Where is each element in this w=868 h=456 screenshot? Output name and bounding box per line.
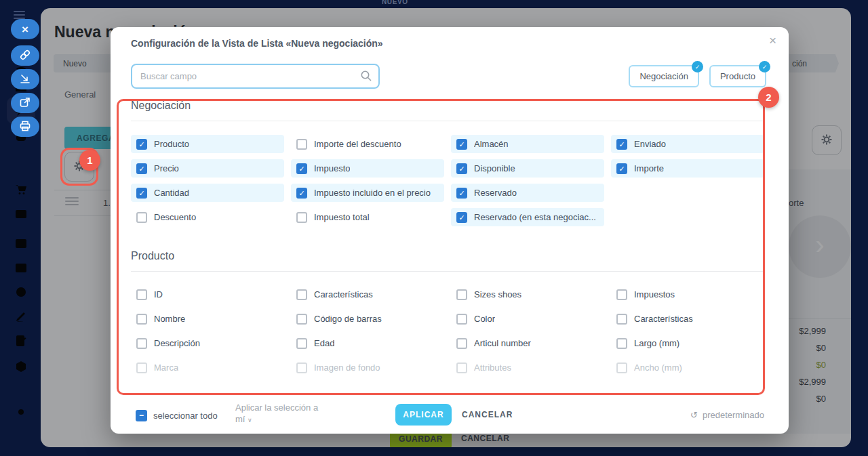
minimize-button[interactable] [11, 69, 39, 89]
check-badge-icon: ✓ [759, 61, 770, 72]
open-in-new-window-button[interactable] [11, 93, 39, 113]
printer-icon [18, 119, 33, 136]
indeterminate-checkbox-icon[interactable]: − [136, 410, 147, 421]
annotation-box-step2 [117, 99, 765, 395]
apply-scope-dropdown[interactable]: Aplicar la selección a mí ∨ [235, 402, 318, 426]
caret-down-icon: ∨ [248, 417, 252, 423]
copy-link-button[interactable] [11, 45, 39, 66]
reset-label: predeterminado [703, 410, 764, 420]
chip-label: Negociación [639, 71, 688, 81]
modal-title: Configuración de la Vista de Lista «Nuev… [131, 38, 383, 49]
link-icon [18, 47, 33, 64]
filter-chip-producto[interactable]: Producto ✓ [709, 65, 766, 87]
annotation-badge-2: 2 [758, 87, 779, 108]
apply-scope-value[interactable]: mí [235, 414, 245, 424]
chip-label: Producto [720, 71, 755, 81]
close-icon: × [769, 33, 776, 47]
print-button[interactable] [11, 117, 39, 137]
cancel-button[interactable]: CANCELAR [462, 410, 513, 419]
apply-button[interactable]: APLICAR [395, 404, 452, 426]
modal-footer: − seleccionar todo Aplicar la selección … [111, 392, 789, 434]
arrow-down-right-icon [18, 71, 33, 88]
external-link-icon [18, 95, 33, 112]
apply-scope-label: Aplicar la selección a [235, 402, 318, 413]
reset-default-button[interactable]: ↺ predeterminado [690, 410, 764, 420]
search-field-input[interactable] [131, 64, 380, 89]
filter-chip-negociacion[interactable]: Negociación ✓ [629, 65, 699, 87]
select-all-label: seleccionar todo [153, 411, 218, 421]
annotation-badge-1: 1 [79, 150, 100, 171]
modal-close-button[interactable]: × [769, 34, 776, 47]
select-all-toggle[interactable]: − seleccionar todo [136, 410, 218, 421]
search-icon [359, 69, 373, 85]
reset-icon: ↺ [690, 410, 698, 420]
close-slider-button[interactable]: × [11, 19, 39, 39]
close-icon: × [22, 24, 28, 35]
check-badge-icon: ✓ [692, 61, 703, 72]
